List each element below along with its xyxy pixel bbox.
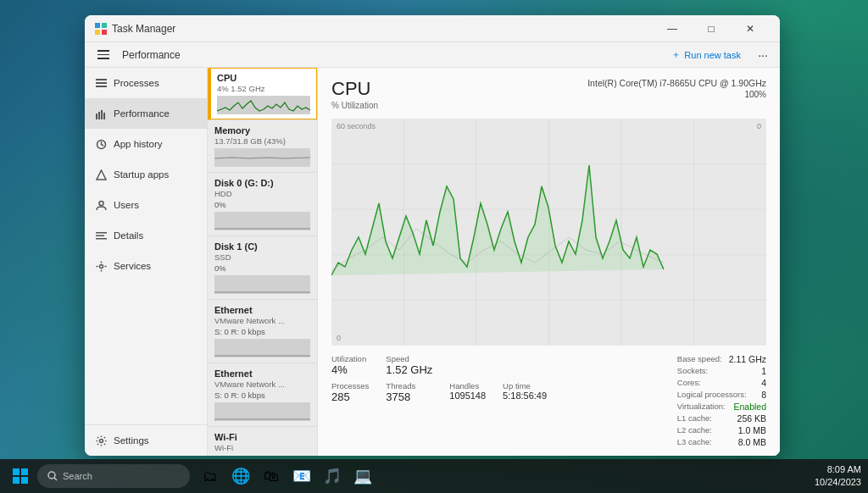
disk0-mini-graph [214,212,310,230]
sockets-label: Sockets: [677,366,708,376]
cpu-model-section: Intel(R) Core(TM) i7-8665U CPU @ 1.90GHz… [587,78,766,99]
svg-rect-0 [95,23,100,28]
svg-point-17 [99,264,103,268]
details-icon [95,230,107,241]
speed-value: 1.52 GHz [386,363,432,376]
sidebar-item-services[interactable]: Services [85,251,207,281]
resource-item-memory[interactable]: Memory 13.7/31.8 GB (43%) [208,120,317,173]
minimize-button[interactable]: — [653,15,692,42]
sidebar-item-details[interactable]: Details [85,220,207,251]
cpu-title-section: CPU % Utilization [331,78,378,110]
maximize-button[interactable]: □ [692,15,731,42]
taskbar-icon-edge[interactable]: 🌐 [227,463,254,490]
sidebar-item-app-history[interactable]: App history [85,129,207,159]
ethernet1-resource-name: Ethernet [214,305,310,315]
sidebar-bottom: Settings [85,424,207,456]
l3-value: 8.0 MB [738,437,766,447]
wifi-usage: S: 0 R: 0 kbps [214,454,310,456]
ethernet2-usage: S: 0 R: 0 kbps [214,391,310,400]
run-task-icon: ＋ [671,48,681,61]
start-button[interactable] [7,463,34,490]
graph-grid-svg [331,119,766,346]
more-options-button[interactable]: ··· [753,45,773,65]
svg-rect-9 [101,110,103,119]
window-controls: — □ ✕ [653,15,770,42]
run-new-task-button[interactable]: ＋ Run new task [666,46,746,64]
menu-right: ＋ Run new task ··· [666,45,773,65]
taskbar-icon-store[interactable]: 🛍 [258,463,285,490]
uptime-label: Up time [503,381,547,391]
taskbar-search[interactable]: Search [37,464,190,488]
resource-item-disk0[interactable]: Disk 0 (G: D:) HDD 0% [208,173,317,236]
svg-rect-3 [102,30,107,35]
sidebar-item-settings[interactable]: Settings [85,425,207,456]
taskbar-right: 8:09 AM 10/24/2023 [815,463,861,490]
resource-item-cpu[interactable]: CPU 4% 1.52 GHz [208,68,317,120]
cpu-percentage: 100% [587,90,766,99]
hamburger-line-3 [97,58,109,59]
title-bar: Task Manager — □ ✕ [85,15,780,42]
right-stats: Base speed: 2.11 GHz Sockets: 1 Cores: 4 [677,354,766,447]
svg-rect-14 [96,232,107,234]
threads-value: 3758 [386,391,432,403]
stat-handles-group: _ _ Handles 1095148 [449,354,486,447]
services-label: Services [114,261,151,271]
l1-value: 256 KB [737,413,766,424]
app-icon [95,23,107,35]
startup-apps-label: Startup apps [114,169,169,180]
cpu-resource-sub: 4% 1.52 GHz [217,84,310,93]
main-content: Processes Performance [85,68,780,456]
resource-item-ethernet2[interactable]: Ethernet VMware Network ... S: 0 R: 0 kb… [208,363,317,427]
svg-rect-28 [13,468,19,475]
windows-logo-icon [13,468,28,484]
wifi-resource-sub: Wi-Fi [214,443,310,452]
taskbar-clock: 8:09 AM 10/24/2023 [815,463,861,490]
logical-value: 8 [761,390,766,400]
virtualization-value: Enabled [733,402,766,412]
settings-icon [95,435,107,446]
svg-rect-15 [96,235,104,236]
disk1-resource-sub: SSD [214,252,310,262]
taskbar-icon-explorer[interactable]: 🗂 [197,463,224,490]
resource-item-disk1[interactable]: Disk 1 (C) SSD 0% [208,236,317,300]
disk1-resource-name: Disk 1 (C) [214,241,310,252]
taskbar-icon-mail[interactable]: 📧 [288,463,315,490]
l1-label: L1 cache: [677,413,712,424]
stat-utilization-group: Utilization 4% Processes 285 [331,354,369,447]
task-manager-window: Task Manager — □ ✕ Performance ＋ Run new… [85,15,780,456]
resource-item-ethernet1[interactable]: Ethernet VMware Network ... S: 0 R: 0 kb… [208,300,317,363]
processes-label: Processes [114,78,159,88]
search-label: Search [63,471,92,481]
resource-list: CPU 4% 1.52 GHz Memory 13.7/31.8 GB (43%… [208,68,318,456]
cpu-utilization-graph: 60 seconds 0 0 [331,119,766,346]
ethernet2-resource-sub: VMware Network ... [214,379,310,389]
close-button[interactable]: ✕ [731,15,770,42]
cpu-stats: Utilization 4% Processes 285 Speed 1.52 … [318,349,780,456]
sidebar: Processes Performance [85,68,208,456]
utilization-label: Utilization [331,354,369,363]
threads-label: Threads [386,381,432,391]
app-history-label: App history [114,139,163,149]
taskbar-icon-app2[interactable]: 💻 [349,463,376,490]
sidebar-item-startup-apps[interactable]: Startup apps [85,159,207,190]
menu-bar: Performance ＋ Run new task ··· [85,42,780,68]
ethernet1-usage: S: 0 R: 0 kbps [214,327,310,336]
hamburger-menu-button[interactable] [92,43,115,67]
disk1-mini-graph [214,275,310,294]
sidebar-item-processes[interactable]: Processes [85,68,207,98]
cpu-header: CPU % Utilization Intel(R) Core(TM) i7-8… [318,68,780,115]
right-stats-col1: Base speed: 2.11 GHz Sockets: 1 Cores: 4 [677,354,766,447]
speed-label: Speed [386,354,432,363]
utilization-value: 4% [331,363,369,376]
svg-rect-31 [21,477,28,484]
ethernet1-mini-graph [214,339,310,357]
l2-label: L2 cache: [677,425,712,435]
performance-icon [95,108,107,119]
resource-item-wifi[interactable]: Wi-Fi Wi-Fi S: 0 R: 0 kbps [208,427,317,456]
sidebar-item-performance[interactable]: Performance [85,98,207,129]
sidebar-item-users[interactable]: Users [85,190,207,220]
taskbar-icon-app1[interactable]: 🎵 [319,463,346,490]
settings-label: Settings [114,435,149,446]
memory-resource-name: Memory [214,125,310,136]
svg-point-13 [99,201,103,205]
